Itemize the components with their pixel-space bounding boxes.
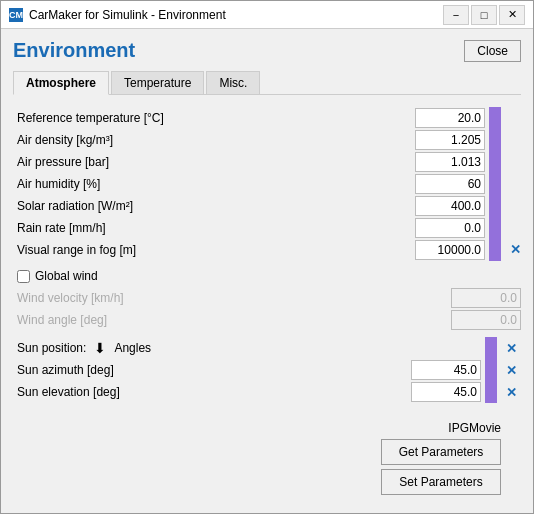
form-row-air-density: Air density [kg/m³] — [13, 129, 485, 151]
form-row-wind-angle: Wind angle [deg] — [13, 309, 521, 331]
solar-input[interactable] — [415, 196, 485, 216]
form-row-fog: Visual range in fog [m] — [13, 239, 485, 261]
set-parameters-button[interactable]: Set Parameters — [381, 469, 501, 495]
close-button[interactable]: Close — [464, 40, 521, 62]
global-wind-checkbox[interactable] — [17, 270, 30, 283]
title-bar: CM CarMaker for Simulink - Environment −… — [1, 1, 533, 29]
wind-velocity-input — [451, 288, 521, 308]
air-pressure-input[interactable] — [415, 152, 485, 172]
rain-input[interactable] — [415, 218, 485, 238]
wind-angle-input — [451, 310, 521, 330]
sun-position-row: Sun position: ⬇ Angles ✕ — [13, 337, 521, 359]
global-wind-row: Global wind — [13, 265, 521, 287]
page-title: Environment — [13, 39, 135, 62]
main-window: CM CarMaker for Simulink - Environment −… — [0, 0, 534, 514]
tab-temperature[interactable]: Temperature — [111, 71, 204, 95]
window-title: CarMaker for Simulink - Environment — [29, 8, 443, 22]
form-row-wind-velocity: Wind velocity [km/h] — [13, 287, 521, 309]
humidity-input[interactable] — [415, 174, 485, 194]
window-controls: − □ ✕ — [443, 5, 525, 25]
x-marks-column: ✕ — [501, 107, 521, 261]
form-row-ref-temp: Reference temperature [°C] — [13, 107, 485, 129]
restore-button[interactable]: □ — [471, 5, 497, 25]
minimize-button[interactable]: − — [443, 5, 469, 25]
tab-atmosphere[interactable]: Atmosphere — [13, 71, 109, 95]
bottom-panel: IPGMovie Get Parameters Set Parameters — [13, 421, 521, 503]
header-row: Environment Close — [13, 39, 521, 62]
form-row-solar: Solar radiation [W/m²] — [13, 195, 485, 217]
content-area: Environment Close Atmosphere Temperature… — [1, 29, 533, 513]
sun-az-x-mark[interactable]: ✕ — [501, 360, 521, 380]
sun-el-x-mark[interactable]: ✕ — [501, 382, 521, 402]
sun-el-purple-bar — [485, 381, 497, 403]
tab-misc[interactable]: Misc. — [206, 71, 260, 95]
ipgmovie-label: IPGMovie — [448, 421, 501, 435]
sun-pos-download-icon[interactable]: ⬇ — [90, 338, 110, 358]
form-row-rain: Rain rate [mm/h] — [13, 217, 485, 239]
sun-elevation-input[interactable] — [411, 382, 481, 402]
sun-pos-purple-bar — [485, 337, 497, 359]
sun-az-purple-bar — [485, 359, 497, 381]
form-row-sun-azimuth: Sun azimuth [deg] ✕ — [13, 359, 521, 381]
tab-bar: Atmosphere Temperature Misc. — [13, 70, 521, 95]
sun-azimuth-input[interactable] — [411, 360, 481, 380]
global-wind-label: Global wind — [35, 269, 98, 283]
fields-container: Reference temperature [°C] Air density [… — [13, 107, 485, 261]
air-density-input[interactable] — [415, 130, 485, 150]
form-row-sun-elevation: Sun elevation [deg] ✕ — [13, 381, 521, 403]
form-row-humidity: Air humidity [%] — [13, 173, 485, 195]
sun-pos-x-mark[interactable]: ✕ — [501, 338, 521, 358]
app-icon: CM — [9, 8, 23, 22]
form-row-air-pressure: Air pressure [bar] — [13, 151, 485, 173]
get-parameters-button[interactable]: Get Parameters — [381, 439, 501, 465]
fog-input[interactable] — [415, 240, 485, 260]
fog-x-mark[interactable]: ✕ — [505, 239, 525, 259]
purple-bar — [489, 107, 501, 261]
ref-temp-input[interactable] — [415, 108, 485, 128]
window-close-button[interactable]: ✕ — [499, 5, 525, 25]
